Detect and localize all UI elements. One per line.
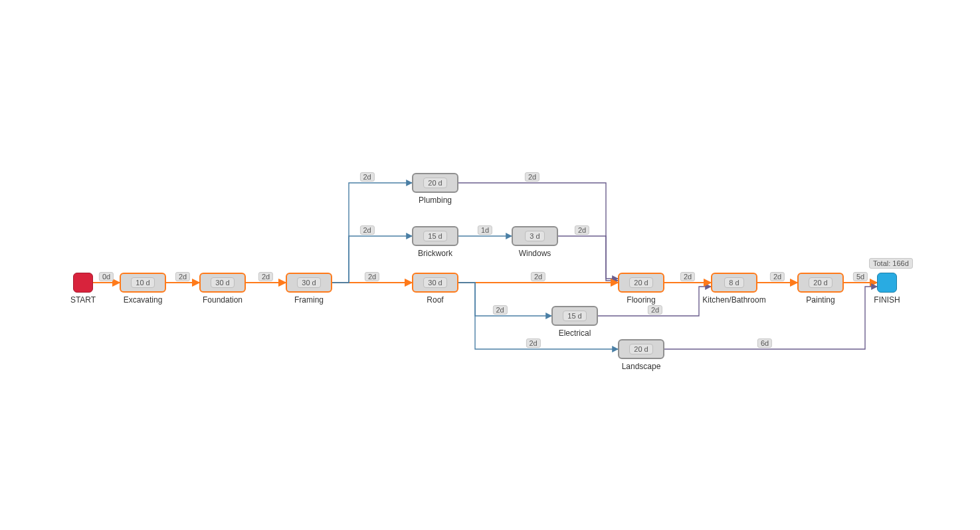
edge-label-brickwork-windows: 1d xyxy=(478,225,492,235)
edge-label-roof-electrical: 2d xyxy=(492,305,507,315)
duration-badge: 20 d xyxy=(423,178,446,188)
duration-badge: 30 d xyxy=(297,277,320,288)
node-label-start: START xyxy=(70,295,96,305)
duration-badge: 10 d xyxy=(131,277,154,288)
duration-badge: 8 d xyxy=(724,277,743,288)
node-finish[interactable] xyxy=(877,273,897,293)
duration-badge: 30 d xyxy=(211,277,234,288)
edge-label-framing-roof: 2d xyxy=(365,272,379,281)
edges-layer xyxy=(0,0,980,530)
node-plumbing[interactable]: 20 d xyxy=(412,173,458,193)
node-label-excavate: Excavating xyxy=(124,295,163,305)
edge-label-plumbing-flooring: 2d xyxy=(525,172,539,182)
node-label-painting: Painting xyxy=(806,295,834,305)
edge-label-framing-plumbing: 2d xyxy=(359,172,374,182)
node-label-brickwork: Brickwork xyxy=(418,249,452,258)
edge-label-foundation-framing: 2d xyxy=(258,272,273,281)
duration-badge: 30 d xyxy=(423,277,446,288)
node-label-kitchen: Kitchen/Bathroom xyxy=(702,295,765,305)
edge-label-landscape-finish: 6d xyxy=(757,338,772,348)
edge-label-excavate-foundation: 2d xyxy=(175,272,190,281)
node-flooring[interactable]: 20 d xyxy=(618,273,664,293)
node-label-finish: FINISH xyxy=(874,295,900,305)
node-label-windows: Windows xyxy=(519,249,551,258)
edge-label-electrical-kitchen: 2d xyxy=(648,305,662,315)
duration-badge: 15 d xyxy=(563,311,586,321)
edge-windows-flooring xyxy=(558,236,618,281)
total-duration-label: Total: 166d xyxy=(869,258,913,269)
edge-label-windows-flooring: 2d xyxy=(575,225,589,235)
node-electrical[interactable]: 15 d xyxy=(551,306,598,326)
edge-label-painting-finish: 5d xyxy=(853,272,868,281)
edge-label-framing-brickwork: 2d xyxy=(359,225,374,235)
node-label-flooring: Flooring xyxy=(627,295,655,305)
node-framing[interactable]: 30 d xyxy=(286,273,332,293)
duration-badge: 15 d xyxy=(423,231,446,241)
node-label-roof: Roof xyxy=(427,295,443,305)
duration-badge: 20 d xyxy=(809,277,832,288)
node-kitchen[interactable]: 8 d xyxy=(711,273,757,293)
edge-label-roof-landscape: 2d xyxy=(526,338,540,348)
node-label-plumbing: Plumbing xyxy=(419,196,452,205)
node-roof[interactable]: 30 d xyxy=(412,273,458,293)
edge-label-start-excavate: 0d xyxy=(99,272,114,281)
node-label-electrical: Electrical xyxy=(559,329,591,338)
node-brickwork[interactable]: 15 d xyxy=(412,226,458,246)
duration-badge: 3 d xyxy=(525,231,544,241)
edge-label-kitchen-painting: 2d xyxy=(770,272,785,281)
node-painting[interactable]: 20 d xyxy=(797,273,844,293)
node-excavate[interactable]: 10 d xyxy=(120,273,166,293)
edge-label-roof-flooring: 2d xyxy=(531,272,545,281)
node-label-foundation: Foundation xyxy=(203,295,243,305)
node-start[interactable] xyxy=(73,273,93,293)
pert-diagram-canvas: 10 d30 d30 d30 d20 d15 d3 d15 d20 d20 d8… xyxy=(0,0,980,530)
node-label-framing: Framing xyxy=(294,295,324,305)
edge-label-flooring-kitchen: 2d xyxy=(680,272,695,281)
node-windows[interactable]: 3 d xyxy=(512,226,558,246)
node-landscape[interactable]: 20 d xyxy=(618,339,664,359)
node-foundation[interactable]: 30 d xyxy=(199,273,246,293)
duration-badge: 20 d xyxy=(629,344,652,354)
duration-badge: 20 d xyxy=(629,277,652,288)
node-label-landscape: Landscape xyxy=(622,362,661,371)
